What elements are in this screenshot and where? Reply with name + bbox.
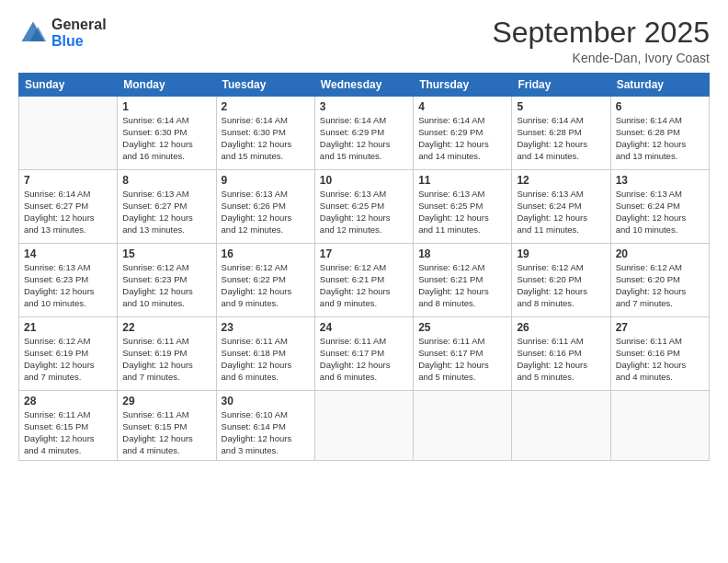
day-info: Sunrise: 6:13 AM Sunset: 6:25 PM Dayligh… — [418, 189, 506, 236]
day-number: 8 — [122, 174, 210, 187]
day-info: Sunrise: 6:13 AM Sunset: 6:27 PM Dayligh… — [122, 189, 210, 236]
logo-icon — [18, 18, 48, 48]
table-row: 3Sunrise: 6:14 AM Sunset: 6:29 PM Daylig… — [314, 97, 413, 170]
table-row — [610, 391, 709, 461]
table-row: 27Sunrise: 6:11 AM Sunset: 6:16 PM Dayli… — [610, 317, 709, 391]
month-title: September 2025 — [492, 17, 710, 49]
day-number: 21 — [24, 321, 112, 334]
day-info: Sunrise: 6:12 AM Sunset: 6:23 PM Dayligh… — [122, 262, 210, 309]
day-number: 6 — [616, 100, 704, 113]
day-number: 15 — [122, 247, 210, 260]
day-info: Sunrise: 6:11 AM Sunset: 6:15 PM Dayligh… — [24, 409, 112, 456]
day-number: 3 — [320, 100, 408, 113]
col-monday: Monday — [118, 74, 216, 97]
calendar-week-row: 7Sunrise: 6:14 AM Sunset: 6:27 PM Daylig… — [19, 170, 710, 244]
day-number: 4 — [418, 100, 506, 113]
table-row: 1Sunrise: 6:14 AM Sunset: 6:30 PM Daylig… — [118, 97, 216, 170]
day-number: 9 — [222, 174, 310, 187]
day-info: Sunrise: 6:13 AM Sunset: 6:24 PM Dayligh… — [517, 189, 605, 236]
logo-general: General — [51, 17, 107, 33]
table-row — [19, 97, 118, 170]
table-row: 2Sunrise: 6:14 AM Sunset: 6:30 PM Daylig… — [216, 97, 314, 170]
day-number: 7 — [24, 174, 112, 187]
day-info: Sunrise: 6:12 AM Sunset: 6:19 PM Dayligh… — [24, 336, 112, 383]
table-row: 19Sunrise: 6:12 AM Sunset: 6:20 PM Dayli… — [512, 244, 610, 317]
table-row: 26Sunrise: 6:11 AM Sunset: 6:16 PM Dayli… — [512, 317, 610, 391]
table-row: 24Sunrise: 6:11 AM Sunset: 6:17 PM Dayli… — [314, 317, 413, 391]
table-row: 8Sunrise: 6:13 AM Sunset: 6:27 PM Daylig… — [118, 170, 216, 244]
day-info: Sunrise: 6:13 AM Sunset: 6:23 PM Dayligh… — [24, 262, 112, 309]
day-info: Sunrise: 6:14 AM Sunset: 6:28 PM Dayligh… — [517, 115, 605, 162]
table-row: 5Sunrise: 6:14 AM Sunset: 6:28 PM Daylig… — [512, 97, 610, 170]
day-number: 23 — [222, 321, 310, 334]
day-info: Sunrise: 6:10 AM Sunset: 6:14 PM Dayligh… — [222, 409, 310, 456]
day-number: 17 — [320, 247, 408, 260]
day-info: Sunrise: 6:12 AM Sunset: 6:21 PM Dayligh… — [320, 262, 408, 309]
table-row: 12Sunrise: 6:13 AM Sunset: 6:24 PM Dayli… — [512, 170, 610, 244]
day-number: 30 — [222, 395, 310, 408]
calendar-week-row: 28Sunrise: 6:11 AM Sunset: 6:15 PM Dayli… — [19, 391, 710, 461]
table-row: 21Sunrise: 6:12 AM Sunset: 6:19 PM Dayli… — [19, 317, 118, 391]
table-row: 7Sunrise: 6:14 AM Sunset: 6:27 PM Daylig… — [19, 170, 118, 244]
day-number: 29 — [122, 395, 210, 408]
table-row: 28Sunrise: 6:11 AM Sunset: 6:15 PM Dayli… — [19, 391, 118, 461]
day-number: 1 — [122, 100, 210, 113]
day-number: 14 — [24, 247, 112, 260]
day-number: 20 — [616, 247, 704, 260]
header: General Blue September 2025 Kende-Dan, I… — [18, 17, 710, 65]
day-number: 24 — [320, 321, 408, 334]
day-info: Sunrise: 6:13 AM Sunset: 6:25 PM Dayligh… — [320, 189, 408, 236]
table-row: 16Sunrise: 6:12 AM Sunset: 6:22 PM Dayli… — [216, 244, 314, 317]
col-wednesday: Wednesday — [314, 74, 413, 97]
calendar-week-row: 14Sunrise: 6:13 AM Sunset: 6:23 PM Dayli… — [19, 244, 710, 317]
table-row: 17Sunrise: 6:12 AM Sunset: 6:21 PM Dayli… — [314, 244, 413, 317]
col-tuesday: Tuesday — [216, 74, 314, 97]
day-info: Sunrise: 6:14 AM Sunset: 6:29 PM Dayligh… — [320, 115, 408, 162]
day-info: Sunrise: 6:12 AM Sunset: 6:21 PM Dayligh… — [418, 262, 506, 309]
table-row: 10Sunrise: 6:13 AM Sunset: 6:25 PM Dayli… — [314, 170, 413, 244]
day-info: Sunrise: 6:14 AM Sunset: 6:28 PM Dayligh… — [616, 115, 704, 162]
table-row — [414, 391, 512, 461]
day-info: Sunrise: 6:11 AM Sunset: 6:16 PM Dayligh… — [517, 336, 605, 383]
table-row: 22Sunrise: 6:11 AM Sunset: 6:19 PM Dayli… — [118, 317, 216, 391]
calendar-week-row: 21Sunrise: 6:12 AM Sunset: 6:19 PM Dayli… — [19, 317, 710, 391]
table-row: 23Sunrise: 6:11 AM Sunset: 6:18 PM Dayli… — [216, 317, 314, 391]
day-number: 2 — [222, 100, 310, 113]
day-number: 11 — [418, 174, 506, 187]
table-row: 14Sunrise: 6:13 AM Sunset: 6:23 PM Dayli… — [19, 244, 118, 317]
day-info: Sunrise: 6:14 AM Sunset: 6:30 PM Dayligh… — [122, 115, 210, 162]
day-info: Sunrise: 6:11 AM Sunset: 6:15 PM Dayligh… — [122, 409, 210, 456]
col-thursday: Thursday — [414, 74, 512, 97]
day-info: Sunrise: 6:14 AM Sunset: 6:29 PM Dayligh… — [418, 115, 506, 162]
day-info: Sunrise: 6:12 AM Sunset: 6:22 PM Dayligh… — [222, 262, 310, 309]
col-saturday: Saturday — [610, 74, 709, 97]
table-row: 15Sunrise: 6:12 AM Sunset: 6:23 PM Dayli… — [118, 244, 216, 317]
day-info: Sunrise: 6:11 AM Sunset: 6:17 PM Dayligh… — [418, 336, 506, 383]
day-info: Sunrise: 6:13 AM Sunset: 6:26 PM Dayligh… — [222, 189, 310, 236]
day-number: 12 — [517, 174, 605, 187]
table-row: 18Sunrise: 6:12 AM Sunset: 6:21 PM Dayli… — [414, 244, 512, 317]
day-number: 27 — [616, 321, 704, 334]
day-number: 16 — [222, 247, 310, 260]
day-info: Sunrise: 6:12 AM Sunset: 6:20 PM Dayligh… — [517, 262, 605, 309]
table-row: 6Sunrise: 6:14 AM Sunset: 6:28 PM Daylig… — [610, 97, 709, 170]
calendar-header-row: Sunday Monday Tuesday Wednesday Thursday… — [19, 74, 710, 97]
table-row — [314, 391, 413, 461]
col-sunday: Sunday — [19, 74, 118, 97]
table-row: 4Sunrise: 6:14 AM Sunset: 6:29 PM Daylig… — [414, 97, 512, 170]
day-number: 18 — [418, 247, 506, 260]
table-row: 20Sunrise: 6:12 AM Sunset: 6:20 PM Dayli… — [610, 244, 709, 317]
table-row: 25Sunrise: 6:11 AM Sunset: 6:17 PM Dayli… — [414, 317, 512, 391]
location: Kende-Dan, Ivory Coast — [492, 51, 710, 65]
calendar-week-row: 1Sunrise: 6:14 AM Sunset: 6:30 PM Daylig… — [19, 97, 710, 170]
table-row: 29Sunrise: 6:11 AM Sunset: 6:15 PM Dayli… — [118, 391, 216, 461]
day-info: Sunrise: 6:14 AM Sunset: 6:30 PM Dayligh… — [222, 115, 310, 162]
page: General Blue September 2025 Kende-Dan, I… — [0, 0, 728, 563]
table-row — [512, 391, 610, 461]
col-friday: Friday — [512, 74, 610, 97]
table-row: 30Sunrise: 6:10 AM Sunset: 6:14 PM Dayli… — [216, 391, 314, 461]
day-number: 10 — [320, 174, 408, 187]
day-info: Sunrise: 6:14 AM Sunset: 6:27 PM Dayligh… — [24, 189, 112, 236]
day-number: 22 — [122, 321, 210, 334]
logo-blue: Blue — [51, 33, 107, 50]
